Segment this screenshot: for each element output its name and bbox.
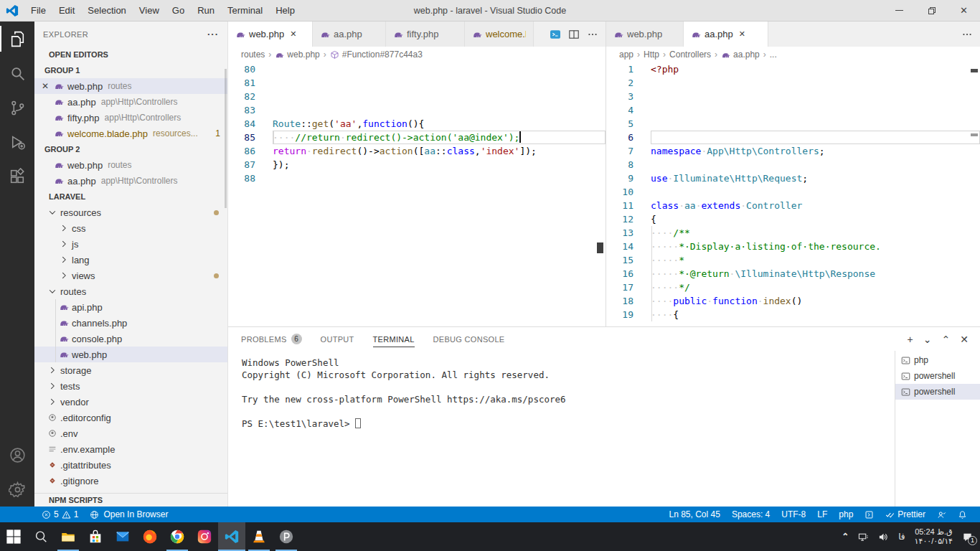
close-icon[interactable]: ✕ (290, 29, 296, 39)
network-icon[interactable] (858, 532, 869, 542)
menu-terminal[interactable]: Terminal (221, 0, 269, 21)
breadcrumb-item[interactable]: web.php (275, 50, 319, 60)
files-icon[interactable] (0, 22, 34, 56)
scm-icon[interactable] (0, 90, 34, 125)
tree-item--editorconfig[interactable]: .editorconfig (34, 410, 227, 425)
action-center-icon[interactable]: 1 (962, 532, 973, 542)
open-editor-item[interactable]: fifty.phpapp\Http\Controllers (34, 110, 227, 126)
menu-run[interactable]: Run (191, 0, 221, 21)
status-feedback[interactable] (931, 507, 952, 522)
taskbar-search[interactable] (27, 522, 55, 551)
tree-item-vendor[interactable]: vendor (34, 394, 227, 410)
tree-item-tests[interactable]: tests (34, 378, 227, 394)
taskbar-file-explorer[interactable] (55, 522, 82, 551)
taskbar-microsoft-store[interactable] (82, 522, 109, 551)
panel-tab-terminal[interactable]: TERMINAL (373, 327, 415, 351)
terminal-instance-powershell[interactable]: powershell (895, 368, 980, 384)
breadcrumb-item[interactable]: #Function#877c44a3 (330, 50, 423, 60)
taskbar-firefox[interactable] (136, 522, 164, 551)
language-indicator[interactable]: فا (898, 532, 905, 542)
tray-chevron-up-icon[interactable]: ⌃ (842, 532, 849, 542)
tab-web.php[interactable]: web.php✕ (228, 22, 313, 47)
menu-view[interactable]: View (133, 0, 166, 21)
php-run-icon[interactable] (550, 29, 561, 40)
status-indentation[interactable]: Spaces: 4 (726, 507, 776, 522)
maximize-panel-icon[interactable]: ⌃ (942, 334, 951, 345)
menu-go[interactable]: Go (166, 0, 191, 21)
code-editor[interactable]: 8081828384Route::get('aa',function(){85·… (228, 62, 606, 326)
split-editor-icon[interactable] (568, 29, 580, 40)
menu-edit[interactable]: Edit (52, 0, 81, 21)
menu-file[interactable]: File (24, 0, 52, 21)
tree-item-routes[interactable]: routes (34, 283, 227, 299)
tree-item--gitattributes[interactable]: .gitattributes (34, 457, 227, 473)
settings-icon[interactable] (0, 472, 34, 507)
code-editor[interactable]: 1<?php234567namespace·App\Http\Controlle… (606, 62, 980, 326)
status-eol[interactable]: LF (811, 507, 833, 522)
status-encoding[interactable]: UTF-8 (776, 507, 811, 522)
tree-item-channels-php[interactable]: channels.php (34, 315, 227, 331)
tree-item--gitignore[interactable]: .gitignore (34, 473, 227, 489)
ellipsis-icon[interactable] (961, 29, 973, 40)
close-icon[interactable]: ✕ (42, 81, 54, 91)
terminal-dropdown-icon[interactable]: ⌄ (923, 334, 932, 345)
menu-selection[interactable]: Selection (81, 0, 132, 21)
tree-item-api-php[interactable]: api.php (34, 299, 227, 315)
tab-aa.php[interactable]: aa.php✕ (684, 22, 768, 47)
tree-item-js[interactable]: js (34, 236, 227, 252)
new-terminal-icon[interactable]: + (908, 334, 913, 345)
panel-tab-output[interactable]: OUTPUT (321, 327, 354, 351)
taskbar-vscode[interactable] (218, 522, 245, 551)
breadcrumb-item[interactable]: ... (770, 50, 777, 60)
tab-welcome.blade.php[interactable]: welcome.blade.php (465, 22, 534, 47)
tree-item-views[interactable]: views (34, 268, 227, 283)
tree-root-header[interactable]: LARAVEL (34, 189, 227, 204)
status-notifications[interactable] (952, 507, 973, 522)
status-language-mode[interactable]: php (833, 507, 859, 522)
tree-item--env[interactable]: .env (34, 425, 227, 441)
terminal-instance-powershell[interactable]: powershell (895, 384, 980, 400)
tree-item-storage[interactable]: storage (34, 362, 227, 378)
status-problems[interactable]: 51 (36, 507, 84, 522)
status-cursor-position[interactable]: Ln 85, Col 45 (664, 507, 726, 522)
terminal-instance-php[interactable]: php (895, 352, 980, 368)
tree-item-console-php[interactable]: console.php (34, 331, 227, 347)
taskbar-instagram[interactable] (191, 522, 218, 551)
editor-sash-handle[interactable] (597, 242, 603, 253)
open-editor-item[interactable]: web.phproutes (34, 157, 227, 173)
volume-icon[interactable] (878, 532, 889, 542)
close-panel-icon[interactable]: ✕ (960, 334, 969, 345)
explorer-actions-icon[interactable]: ··· (207, 29, 219, 39)
tab-fifty.php[interactable]: fifty.php (386, 22, 465, 47)
taskbar-start[interactable] (0, 522, 27, 551)
ellipsis-icon[interactable] (587, 29, 598, 40)
account-icon[interactable] (0, 438, 34, 472)
taskbar-psiphon[interactable] (273, 522, 300, 551)
extensions-icon[interactable] (0, 159, 34, 194)
taskbar-mail[interactable] (109, 522, 136, 551)
tree-item-css[interactable]: css (34, 220, 227, 236)
menu-help[interactable]: Help (269, 0, 301, 21)
breadcrumb-item[interactable]: Http (644, 50, 659, 60)
tree-item-lang[interactable]: lang (34, 252, 227, 268)
status-open-in-browser[interactable]: Open In Browser (84, 507, 174, 522)
sidebar-scrollbar[interactable] (225, 69, 227, 208)
open-editor-item[interactable]: aa.phpapp\Http\Controllers (34, 173, 227, 189)
tree-item--env-example[interactable]: .env.example (34, 441, 227, 457)
status-php-server[interactable] (859, 507, 880, 522)
terminal-content[interactable]: Windows PowerShellCopyright (C) Microsof… (228, 351, 895, 507)
breadcrumb-item[interactable]: Controllers (669, 50, 711, 60)
tab-web.php[interactable]: web.php (606, 22, 684, 47)
npm-scripts-header[interactable]: NPM SCRIPTS (34, 493, 227, 507)
debug-icon[interactable] (0, 125, 34, 159)
restore-button[interactable] (915, 0, 948, 21)
tree-item-resources[interactable]: resources (34, 204, 227, 220)
minimize-button[interactable] (883, 0, 915, 21)
open-editor-item[interactable]: aa.phpapp\Http\Controllers (34, 94, 227, 110)
breadcrumb-item[interactable]: routes (241, 50, 265, 60)
open-editors-header[interactable]: OPEN EDITORS (34, 47, 227, 62)
panel-tab-debug-console[interactable]: DEBUG CONSOLE (433, 327, 505, 351)
open-editor-item[interactable]: ✕web.phproutes (34, 78, 227, 94)
breadcrumb-item[interactable]: app (619, 50, 633, 60)
open-editor-item[interactable]: welcome.blade.phpresources...1 (34, 126, 227, 141)
